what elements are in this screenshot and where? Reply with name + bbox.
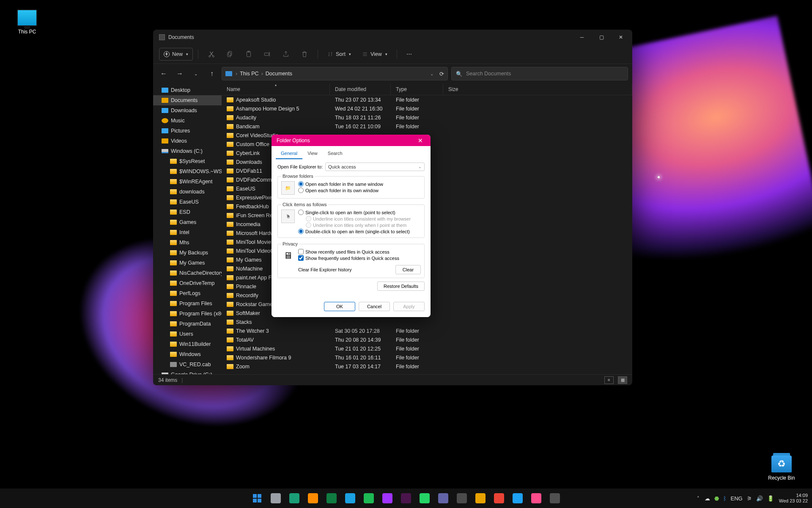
- taskbar[interactable]: ˄ ☁ ⬣ ᛒ ENG ⚞ 🔊 🔋 14:09 Wed 23 03 22: [0, 489, 812, 508]
- file-row[interactable]: Ashampoo Home Design 5Wed 24 02 21 16:30…: [222, 104, 632, 113]
- file-row[interactable]: The Witcher 3Sat 30 05 20 17:28File fold…: [222, 326, 632, 335]
- cut-button[interactable]: [203, 48, 219, 61]
- delete-button[interactable]: [296, 48, 313, 61]
- copy-button[interactable]: [222, 48, 238, 61]
- sidebar-item[interactable]: $SysReset: [153, 156, 222, 166]
- taskbar-tray[interactable]: ˄ ☁ ⬣ ᛒ ENG ⚞ 🔊 🔋 14:09 Wed 23 03 22: [697, 493, 808, 504]
- radio-double-click[interactable]: Double-click to open an item (single-cli…: [298, 229, 421, 234]
- breadcrumb-folder[interactable]: Documents: [266, 71, 292, 77]
- file-row[interactable]: Virtual MachinesTue 21 01 20 12:25File f…: [222, 344, 632, 353]
- cancel-button[interactable]: Cancel: [359, 302, 390, 311]
- chevron-down-icon[interactable]: ⌄: [430, 72, 433, 76]
- sidebar-item[interactable]: Documents: [153, 95, 222, 105]
- file-row[interactable]: TotalAVThu 20 08 20 14:39File folder: [222, 335, 632, 344]
- sidebar-item[interactable]: $WINDOWS.~WS: [153, 166, 222, 177]
- sidebar-item[interactable]: Google Drive (G:): [153, 370, 222, 374]
- forward-button[interactable]: →: [173, 67, 186, 80]
- clear-button[interactable]: Clear: [395, 265, 421, 274]
- sidebar-item[interactable]: Games: [153, 217, 222, 227]
- taskbar-spotify[interactable]: [361, 490, 377, 506]
- paste-button[interactable]: [241, 48, 257, 61]
- sidebar-item[interactable]: OneDriveTemp: [153, 278, 222, 288]
- taskbar-excel[interactable]: [324, 490, 340, 506]
- taskbar-slack[interactable]: [398, 490, 414, 506]
- taskbar-explorer[interactable]: [472, 490, 488, 506]
- radio-same-window[interactable]: Open each folder in the same window: [298, 181, 421, 187]
- sidebar-item[interactable]: Windows (C:): [153, 146, 222, 156]
- col-name[interactable]: ▴Name: [222, 83, 330, 95]
- sidebar-item[interactable]: PerfLogs: [153, 288, 222, 298]
- search-input[interactable]: 🔍 Search Documents: [451, 67, 628, 80]
- taskbar-vlc[interactable]: [305, 490, 321, 506]
- maximize-button[interactable]: ▢: [592, 30, 611, 44]
- taskbar-copilot[interactable]: [342, 490, 358, 506]
- check-recent-files[interactable]: Show recently used files in Quick access: [298, 249, 421, 254]
- onedrive-icon[interactable]: ☁: [705, 495, 710, 502]
- file-row[interactable]: ZoomTue 17 03 20 14:17File folder: [222, 362, 632, 371]
- check-frequent-folders[interactable]: Show frequently used folders in Quick ac…: [298, 255, 421, 261]
- close-button[interactable]: ✕: [611, 30, 631, 44]
- sidebar-item[interactable]: VC_RED.cab: [153, 359, 222, 370]
- sidebar-item[interactable]: Music: [153, 116, 222, 126]
- sort-button[interactable]: Sort▾: [323, 48, 355, 61]
- refresh-icon[interactable]: ⟳: [439, 71, 444, 77]
- file-row[interactable]: Wondershare Filmora 9Thu 16 01 20 16:11F…: [222, 353, 632, 362]
- sidebar[interactable]: DesktopDocumentsDownloadsMusicPicturesVi…: [153, 83, 222, 374]
- sidebar-item[interactable]: My Games: [153, 258, 222, 268]
- desktop-icon-thispc[interactable]: This PC: [7, 9, 47, 35]
- volume-icon[interactable]: 🔊: [756, 495, 763, 502]
- col-date[interactable]: Date modified: [330, 83, 391, 95]
- taskbar-chrome[interactable]: [491, 490, 507, 506]
- radio-single-click[interactable]: Single-click to open an item (point to s…: [298, 210, 421, 215]
- details-view-button[interactable]: ≡: [604, 376, 614, 384]
- more-button[interactable]: ⋯: [402, 48, 416, 61]
- radio-own-window[interactable]: Open each folder in its own window: [298, 188, 421, 193]
- desktop-icon-recyclebin[interactable]: ♻ Recycle Bin: [761, 456, 802, 481]
- shield-icon[interactable]: ⬣: [714, 495, 719, 502]
- col-type[interactable]: Type: [391, 83, 443, 95]
- address-bar[interactable]: › This PC › Documents ⌄ ⟳: [222, 67, 448, 80]
- battery-icon[interactable]: 🔋: [767, 495, 774, 502]
- breadcrumb-root[interactable]: This PC: [240, 71, 258, 77]
- sidebar-item[interactable]: My Backups: [153, 248, 222, 258]
- taskbar-messenger[interactable]: [379, 490, 395, 506]
- rename-button[interactable]: [259, 48, 275, 61]
- up-button[interactable]: ↑: [206, 67, 218, 80]
- recent-button[interactable]: ⌄: [189, 67, 202, 80]
- sidebar-item[interactable]: $WinREAgent: [153, 177, 222, 187]
- taskbar-edge[interactable]: [286, 490, 302, 506]
- tab-view[interactable]: View: [302, 149, 323, 159]
- sidebar-item[interactable]: Mhs: [153, 237, 222, 248]
- taskbar-teams[interactable]: [435, 490, 451, 506]
- taskbar-whatsapp[interactable]: [417, 490, 433, 506]
- share-button[interactable]: [278, 48, 294, 61]
- sidebar-item[interactable]: Program Files: [153, 298, 222, 309]
- taskbar-grid[interactable]: [528, 490, 544, 506]
- new-button[interactable]: New ▾: [159, 48, 193, 61]
- ok-button[interactable]: OK: [324, 302, 355, 311]
- sidebar-item[interactable]: Desktop: [153, 85, 222, 95]
- column-headers[interactable]: ▴Name Date modified Type Size: [222, 83, 632, 95]
- file-row[interactable]: BandicamTue 16 02 21 10:09File folder: [222, 122, 632, 131]
- sidebar-item[interactable]: downloads: [153, 187, 222, 197]
- sidebar-item[interactable]: Program Files (x86): [153, 309, 222, 319]
- dialog-titlebar[interactable]: Folder Options ✕: [272, 135, 431, 146]
- wifi-icon[interactable]: ⚞: [747, 495, 752, 502]
- col-size[interactable]: Size: [443, 83, 632, 95]
- open-to-select[interactable]: Quick access⌄: [325, 163, 425, 171]
- sidebar-item[interactable]: Users: [153, 329, 222, 339]
- sidebar-item[interactable]: Downloads: [153, 105, 222, 116]
- language-indicator[interactable]: ENG: [731, 495, 743, 502]
- file-row[interactable]: Apeaksoft StudioThu 23 07 20 13:34File f…: [222, 95, 632, 104]
- sidebar-item[interactable]: NisCacheDirectory: [153, 268, 222, 278]
- minimize-button[interactable]: ─: [572, 30, 592, 44]
- sidebar-item[interactable]: Intel: [153, 227, 222, 237]
- file-row[interactable]: AudacityThu 18 03 21 11:26File folder: [222, 113, 632, 122]
- sidebar-item[interactable]: ProgramData: [153, 319, 222, 329]
- taskbar-snip[interactable]: [454, 490, 470, 506]
- dialog-close-button[interactable]: ✕: [412, 135, 429, 146]
- sidebar-item[interactable]: Videos: [153, 136, 222, 146]
- bluetooth-icon[interactable]: ᛒ: [723, 495, 727, 502]
- sidebar-item[interactable]: Pictures: [153, 126, 222, 136]
- sidebar-item[interactable]: ESD: [153, 207, 222, 217]
